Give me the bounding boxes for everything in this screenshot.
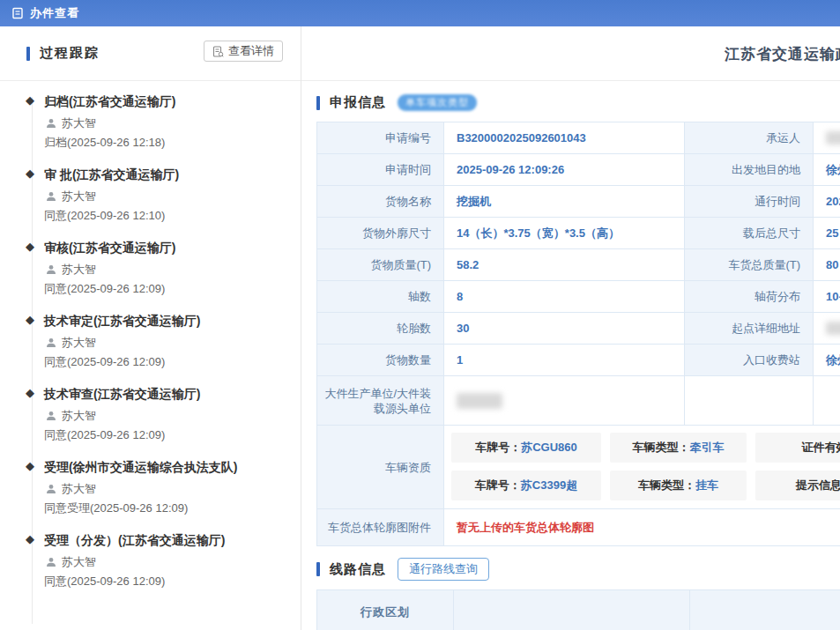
field-value: 徐州 [814,154,840,186]
person-icon [46,557,56,567]
declaration-row: 货物数量1入口收费站徐州 [317,345,840,376]
field-value: 2025-09-26 12:09:26 [444,154,685,186]
vehicle-chip[interactable]: 提示信息：未 [755,471,840,500]
main-header: 江苏省交通运输政 [301,26,840,81]
field-value: 8 [444,281,685,313]
vehicle-chip[interactable]: 车辆类型：牵引车 [610,433,747,463]
chip-key: 车辆类型： [633,440,690,456]
declaration-row: 轴数8轴荷分布10- [317,281,840,313]
document-icon [11,7,24,19]
route-header-cell [690,590,840,630]
timeline-action: 归档(2025-09-26 12:18) [44,135,301,150]
timeline-user-name: 苏大智 [62,335,96,350]
timeline-action: 同意(2025-09-26 12:09) [44,427,301,442]
timeline-step-title: 技术审定(江苏省交通运输厅) [44,313,301,329]
page-title: 江苏省交通运输政 [725,44,840,64]
route-header-admin-division: 行政区划 [317,590,454,630]
field-value: 1 [444,345,685,376]
timeline-user: 苏大智 [46,554,301,569]
field-label: 货物数量 [317,345,444,376]
declaration-section-header: 申报信息 单车项次类型 [316,94,840,111]
timeline-user: 苏大智 [46,481,301,496]
diamond-icon: ◆ [26,312,34,328]
field-value: 挖掘机 [444,186,685,218]
timeline-action: 同意(2025-09-26 12:09) [44,354,301,369]
process-tracking-title: 过程跟踪 [40,45,100,62]
field-value: 14（长）*3.75（宽）*3.5（高） [444,218,685,249]
person-icon [46,484,56,494]
chip-value: 苏C3399超 [521,478,577,493]
field-label: 大件生产单位/大件装载源头单位 [317,376,444,426]
timeline-step-title: 受理（分发）(江苏省交通运输厅) [44,532,301,548]
timeline-step-title: 归档(江苏省交通运输厅) [44,93,301,109]
route-section-header: 线路信息 通行路线查询 [316,558,840,581]
field-label: 承运人 [685,122,814,154]
chip-key: 证件有效期 [802,440,840,456]
detail-doc-icon [212,46,224,57]
view-details-button[interactable]: 查看详情 [204,41,283,62]
field-label: 入口收费站 [685,345,814,376]
person-icon [46,118,56,129]
timeline-user-name: 苏大智 [62,481,96,496]
field-label: 轮胎数 [317,313,444,345]
top-bar: 办件查看 [0,0,840,26]
field-value: 10- [814,281,840,313]
route-table: 行政区划 [316,589,840,630]
section-accent-bar [316,562,320,576]
attachment-status-text: 暂无上传的车货总体轮廓图 [444,509,840,546]
timeline-item: ◆受理(徐州市交通运输综合执法支队)苏大智同意受理(2025-09-26 12:… [0,459,301,515]
field-value: B3200002025092601043 [444,122,685,154]
timeline-item: ◆审核(江苏省交通运输厅)苏大智同意(2025-09-26 12:09) [0,240,301,296]
declaration-title: 申报信息 [330,94,386,111]
chip-key: 车牌号： [475,478,521,493]
field-value: 80 [814,249,840,281]
field-value: 25 [814,218,840,249]
person-icon [46,191,56,202]
timeline-item: ◆审 批(江苏省交通运输厅)苏大智同意(2025-09-26 12:10) [0,167,301,223]
declaration-row: 货物质量(T)58.2车货总质量(T)80 [317,249,840,281]
vehicle-chip[interactable]: 车牌号：苏CGU860 [451,433,601,463]
timeline-user: 苏大智 [46,115,301,130]
chip-value: 苏CGU860 [521,440,577,456]
vehicle-chip[interactable]: 证件有效期 [755,433,840,463]
timeline-user-name: 苏大智 [62,189,96,204]
timeline-item: ◆技术审查(江苏省交通运输厅)苏大智同意(2025-09-26 12:09) [0,386,301,442]
field-value [814,313,840,345]
declaration-row: 轮胎数30起点详细地址 [317,313,840,345]
view-details-label: 查看详情 [228,43,274,59]
route-query-button[interactable]: 通行路线查询 [398,558,489,581]
app-title: 办件查看 [30,5,79,21]
timeline-action: 同意(2025-09-26 12:09) [44,574,301,589]
field-value: 58.2 [444,249,685,281]
field-label: 轴数 [317,281,444,313]
field-label: 车辆资质 [317,426,444,509]
timeline-item: ◆归档(江苏省交通运输厅)苏大智归档(2025-09-26 12:18) [0,93,301,150]
field-value [444,376,685,426]
field-value [814,376,840,426]
diamond-icon: ◆ [26,166,34,182]
route-header-cell [454,590,690,630]
timeline-user: 苏大智 [46,262,301,277]
vehicle-qualification-row: 车辆资质车牌号：苏CGU860车辆类型：牵引车证件有效期车牌号：苏C3399超车… [317,426,840,509]
field-label: 货物质量(T) [317,249,444,281]
vehicle-chips-area: 车牌号：苏CGU860车辆类型：牵引车证件有效期车牌号：苏C3399超车辆类型：… [444,426,840,509]
timeline: ◆归档(江苏省交通运输厅)苏大智归档(2025-09-26 12:18)◆审 批… [0,81,301,589]
chip-key: 车辆类型： [638,478,695,493]
field-label: 货物外廓尺寸 [317,218,444,249]
timeline-item: ◆受理（分发）(江苏省交通运输厅)苏大智同意(2025-09-26 12:09) [0,532,301,589]
timeline-action: 同意(2025-09-26 12:09) [44,281,301,296]
process-tracking-header: 过程跟踪 查看详情 [0,26,301,81]
chip-key: 车牌号： [475,440,521,456]
vehicle-chip[interactable]: 车辆类型：挂车 [610,471,747,500]
timeline-user-name: 苏大智 [62,554,96,569]
main-panel: 江苏省交通运输政 申报信息 单车项次类型 申请编号B32000020250926… [301,26,840,630]
timeline-user-name: 苏大智 [62,115,96,130]
section-accent-bar [316,96,320,110]
vehicle-chip[interactable]: 车牌号：苏C3399超 [451,471,601,500]
field-value: 2025 [814,186,840,218]
permit-type-badge: 单车项次类型 [398,94,477,111]
timeline-user: 苏大智 [46,335,301,350]
timeline-user: 苏大智 [46,408,301,423]
timeline-user-name: 苏大智 [62,408,96,423]
field-label: 载后总尺寸 [685,218,814,249]
